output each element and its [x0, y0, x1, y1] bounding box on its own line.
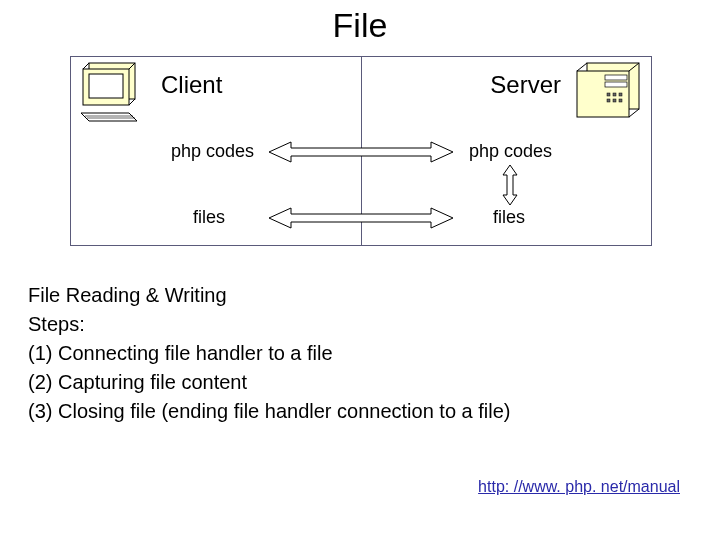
manual-link[interactable]: http: //www. php. net/manual [478, 478, 680, 496]
server-files-label: files [493, 207, 525, 228]
client-php-label: php codes [171, 141, 254, 162]
body-line-3: (1) Connecting file handler to a file [28, 340, 688, 367]
svg-marker-24 [503, 165, 517, 205]
server-label: Server [490, 71, 561, 99]
svg-marker-23 [269, 208, 453, 228]
client-files-label: files [193, 207, 225, 228]
diagram-container: Client Server php codes php codes [70, 56, 652, 246]
double-arrow-vertical-icon [501, 165, 519, 205]
page-title: File [0, 6, 720, 45]
slide: File Client [0, 0, 720, 540]
double-arrow-horizontal-icon [269, 139, 453, 165]
svg-rect-2 [89, 74, 123, 98]
client-label: Client [161, 71, 222, 99]
body-line-1: File Reading & Writing [28, 282, 688, 309]
svg-line-3 [83, 63, 89, 69]
body-line-5: (3) Closing file (ending file handler co… [28, 398, 688, 425]
svg-rect-19 [607, 99, 610, 102]
svg-rect-18 [619, 93, 622, 96]
svg-marker-6 [81, 113, 137, 121]
svg-line-5 [129, 99, 135, 105]
double-arrow-horizontal-icon [269, 205, 453, 231]
svg-rect-14 [605, 75, 627, 80]
svg-rect-21 [619, 99, 622, 102]
computer-icon [79, 61, 149, 127]
svg-line-13 [629, 109, 639, 117]
svg-marker-22 [269, 142, 453, 162]
svg-rect-20 [613, 99, 616, 102]
server-icon [577, 63, 645, 121]
svg-rect-15 [605, 82, 627, 87]
body-line-4: (2) Capturing file content [28, 369, 688, 396]
server-php-label: php codes [469, 141, 552, 162]
svg-rect-16 [607, 93, 610, 96]
svg-rect-17 [613, 93, 616, 96]
svg-line-11 [577, 63, 587, 71]
body-line-2: Steps: [28, 311, 688, 338]
body-text: File Reading & Writing Steps: (1) Connec… [28, 280, 688, 427]
